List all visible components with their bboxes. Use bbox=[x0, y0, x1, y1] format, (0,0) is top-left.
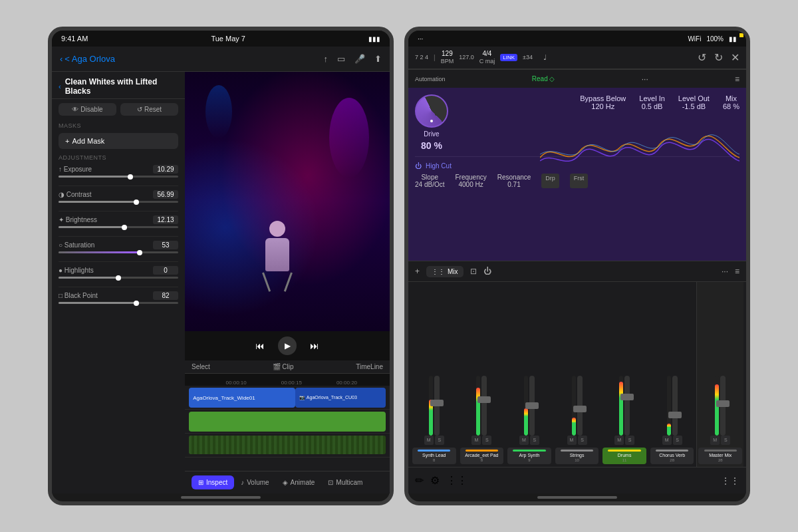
channel-3-name: Arp Synth bbox=[509, 453, 550, 458]
exposure-slider[interactable] bbox=[59, 176, 178, 178]
channel-1-solo[interactable]: S bbox=[435, 436, 444, 445]
channel-4-fader-area bbox=[555, 285, 599, 436]
channel-3-fader[interactable] bbox=[525, 402, 539, 409]
saturation-slider[interactable] bbox=[59, 251, 178, 253]
volume-tab[interactable]: ♪ Volume bbox=[234, 475, 275, 489]
power-icon[interactable]: ⏻ bbox=[415, 162, 422, 170]
add-mask-label: Add Mask bbox=[72, 137, 104, 145]
eq-icon[interactable]: ⋮⋮ bbox=[446, 474, 467, 487]
copy-button[interactable]: ⊡ bbox=[470, 267, 477, 276]
clip-wide01[interactable]: AgaOrlova_Track_Wide01 bbox=[189, 388, 295, 408]
undo-icon[interactable]: ↺ bbox=[698, 51, 706, 64]
multicam-tab[interactable]: ⊡ Multicam bbox=[321, 475, 369, 489]
clip-audio[interactable] bbox=[189, 412, 386, 432]
channel-3-solo[interactable]: S bbox=[530, 436, 539, 445]
reset-button[interactable]: ↺ Reset bbox=[120, 103, 178, 116]
channel-6-solo[interactable]: S bbox=[673, 436, 682, 445]
channel-4-mute[interactable]: M bbox=[567, 436, 577, 445]
more-options-button[interactable]: ··· bbox=[722, 267, 728, 276]
resonance-value: 0.71 bbox=[497, 181, 531, 188]
mixer-view-icon[interactable]: ⋮⋮ bbox=[721, 475, 739, 486]
multicam-icon: ⊡ bbox=[328, 479, 333, 486]
channel-4-name-area: Strings 10 bbox=[555, 448, 599, 464]
share-icon[interactable]: ⬆ bbox=[374, 54, 382, 64]
left-status-bar: 9:41 AM Tue May 7 ▮▮▮ bbox=[52, 31, 390, 47]
disable-button[interactable]: 👁 Disable bbox=[59, 103, 116, 116]
automation-lines[interactable]: ≡ bbox=[735, 74, 739, 84]
channel-2-solo[interactable]: S bbox=[482, 436, 491, 445]
highlights-slider[interactable] bbox=[59, 277, 178, 279]
drive-knob-area: Drive 80 % bbox=[415, 94, 448, 151]
channel-2-fader-track bbox=[481, 376, 487, 436]
channel-4-fader[interactable] bbox=[573, 406, 587, 412]
metronome-icon[interactable]: ♩ bbox=[543, 53, 547, 62]
add-channel-button[interactable]: + bbox=[415, 267, 420, 276]
right-dots: ··· bbox=[418, 35, 423, 43]
inspector-panel: ‹ Clean Whites with Lifted Blacks 👁 Disa… bbox=[52, 72, 185, 493]
channel-4-color bbox=[561, 450, 593, 452]
reset-label: Reset bbox=[144, 106, 162, 113]
pencil-icon[interactable]: ✏ bbox=[415, 474, 424, 487]
level-out-label: Level Out bbox=[678, 94, 710, 102]
brightness-slider[interactable] bbox=[59, 226, 178, 228]
animate-tab[interactable]: ◈ Animate bbox=[276, 475, 322, 489]
channel-2-color bbox=[466, 450, 498, 452]
channel-6-fader-area bbox=[650, 285, 694, 436]
blackpoint-slider[interactable] bbox=[59, 302, 178, 304]
back-button[interactable]: ‹ < Aga Orlova bbox=[60, 54, 115, 64]
power-button[interactable]: ⏻ bbox=[483, 267, 491, 276]
forward-button[interactable]: ⏭ bbox=[310, 340, 319, 351]
close-icon[interactable]: ✕ bbox=[731, 51, 739, 64]
channel-5-mute[interactable]: M bbox=[614, 436, 624, 445]
channel-2-fader[interactable] bbox=[477, 396, 491, 403]
play-button[interactable]: ▶ bbox=[278, 336, 297, 355]
channel-3-num: 9 bbox=[509, 458, 550, 462]
bypass-below-param: Bypass Below 120 Hz bbox=[580, 94, 626, 110]
master-solo[interactable]: S bbox=[721, 436, 730, 445]
channel-6-fader[interactable] bbox=[668, 412, 682, 418]
automation-value: Read ◇ bbox=[532, 75, 555, 82]
mic-icon[interactable]: 🎤 bbox=[354, 54, 365, 64]
daw-header-actions: ↺ ↻ ✕ bbox=[698, 51, 739, 64]
master-mute[interactable]: M bbox=[710, 436, 720, 445]
drive-knob[interactable] bbox=[415, 94, 448, 128]
inspector-back-button[interactable]: ‹ bbox=[59, 82, 61, 90]
channel-2-ms: M S bbox=[471, 436, 491, 445]
channel-6-mute[interactable]: M bbox=[662, 436, 672, 445]
contrast-slider[interactable] bbox=[59, 201, 178, 203]
channel-4-solo[interactable]: S bbox=[578, 436, 587, 445]
exposure-value: 10.29 bbox=[153, 165, 178, 174]
channel-1-fader[interactable] bbox=[430, 400, 444, 406]
battery-label: 100% bbox=[706, 35, 724, 43]
mixer-toolbar: + ⋮⋮ Mix ⊡ ⏻ ··· ≡ bbox=[408, 261, 746, 282]
mix-button[interactable]: ⋮⋮ Mix bbox=[426, 266, 464, 277]
video-area: ⏮ ▶ ⏭ Select 🎬 Clip TimeLine 00:00:10 00… bbox=[185, 72, 390, 493]
contrast-label: ◑ Contrast bbox=[59, 191, 92, 198]
contrast-adjustment: ◑ Contrast 56.99 bbox=[52, 188, 185, 209]
channel-5-fader[interactable] bbox=[620, 394, 634, 400]
rewind-button[interactable]: ⏮ bbox=[255, 340, 265, 351]
channel-2-mute[interactable]: M bbox=[471, 436, 481, 445]
master-fader[interactable] bbox=[716, 400, 730, 407]
channel-6-color bbox=[656, 450, 688, 452]
settings-gear-icon[interactable]: ⚙ bbox=[430, 474, 440, 487]
channel-3-mute[interactable]: M bbox=[519, 436, 529, 445]
channel-4-fader-track bbox=[577, 376, 583, 436]
extra-track-row bbox=[185, 434, 390, 458]
camera-icon[interactable]: ▭ bbox=[337, 54, 345, 64]
automation-more[interactable]: ··· bbox=[642, 74, 648, 84]
clip-cu03[interactable]: 📷 AgaOrlova_Track_CU03 bbox=[295, 388, 386, 408]
disable-reset-row: 👁 Disable ↺ Reset bbox=[52, 99, 185, 120]
add-mask-button[interactable]: + Add Mask bbox=[59, 133, 178, 149]
layout-button[interactable]: ≡ bbox=[735, 267, 739, 276]
upload-icon[interactable]: ↑ bbox=[324, 54, 329, 64]
channel-1-mute[interactable]: M bbox=[424, 436, 434, 445]
redo-icon[interactable]: ↻ bbox=[714, 51, 723, 64]
daw-bpm: 129BPM bbox=[441, 49, 454, 66]
channel-5-solo[interactable]: S bbox=[625, 436, 634, 445]
master-name-area: Master Mix 28 bbox=[698, 448, 742, 464]
inspect-tab[interactable]: ⊞ Inspect bbox=[192, 475, 234, 489]
channel-2-name: Arcade_eet Pad bbox=[462, 453, 503, 458]
brightness-label: ✦ Brightness bbox=[59, 216, 97, 223]
channel-4-ms: M S bbox=[567, 436, 587, 445]
